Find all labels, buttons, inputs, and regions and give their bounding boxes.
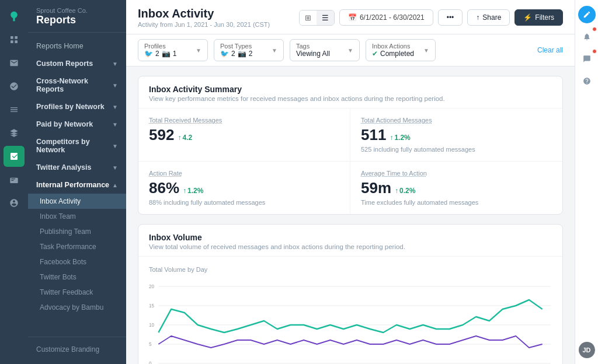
icon-sprout[interactable] [4, 6, 25, 27]
sidebar-item-paid-network[interactable]: Paid by Network ▼ [28, 116, 126, 133]
metric-time-label: Average Time to Action [361, 170, 552, 177]
user-avatar[interactable]: JD [579, 342, 595, 358]
inbox-actions-label: Inbox Actions [372, 43, 414, 50]
metric-time-change: ↑ 0.2% [395, 187, 415, 195]
chevron-icon: ▼ [112, 143, 118, 149]
sidebar-sub-advocacy[interactable]: Advocacy by Bambu [28, 300, 126, 315]
metric-action-rate: Action Rate 86% ↑ 1.2% 88% including ful… [138, 162, 350, 214]
metric-received: Total Received Messages 592 ↑ 4.2 [138, 108, 350, 162]
brand-company: Sprout Coffee Co. [36, 7, 118, 14]
chat-icon-btn[interactable] [578, 50, 596, 68]
icon-nav7[interactable] [4, 169, 25, 190]
filter-chevron-icon: ▼ [423, 47, 429, 54]
more-btn[interactable]: ••• [438, 9, 463, 26]
sidebar-sub-inbox-activity[interactable]: Inbox Activity [28, 194, 126, 209]
sidebar-sub-twitter-feedback[interactable]: Twitter Feedback [28, 285, 126, 300]
icon-nav8[interactable] [4, 192, 25, 214]
chevron-icon: ▼ [112, 82, 118, 89]
tags-filter[interactable]: Tags Viewing All ▼ [290, 39, 360, 61]
filter-chevron-icon: ▼ [272, 47, 277, 54]
metric-actioned-label: Total Actioned Messages [361, 117, 552, 124]
sidebar-nav: Reports Home Custom Reports ▼ Cross-Netw… [28, 33, 126, 337]
profiles-filter-label: Profiles [144, 43, 176, 50]
sidebar-item-twitter-analysis[interactable]: Twitter Analysis ▼ [28, 159, 126, 176]
sidebar-item-profiles-network[interactable]: Profiles by Network ▼ [28, 98, 126, 116]
metric-rate-label: Action Rate [149, 170, 339, 177]
instagram-icon: 📷 [162, 50, 171, 58]
svg-rect-0 [11, 36, 13, 39]
avatar-initials: JD [582, 346, 590, 354]
share-btn[interactable]: ↑ Share [467, 9, 510, 26]
compose-icon-btn[interactable] [578, 6, 596, 23]
icon-nav2[interactable] [4, 52, 25, 74]
customize-branding[interactable]: Customize Branding [36, 342, 118, 357]
sidebar-sub-inbox-team[interactable]: Inbox Team [28, 209, 126, 224]
calendar-icon: 📅 [348, 13, 357, 22]
metrics-grid: Total Received Messages 592 ↑ 4.2 Total … [138, 108, 562, 214]
volume-card-title: Inbox Volume [149, 233, 552, 242]
inbox-actions-filter[interactable]: Inbox Actions ✔ Completed ▼ [366, 39, 436, 61]
post-types-value: 🐦 2 📷 2 [220, 50, 252, 58]
check-icon: ✔ [372, 50, 378, 58]
metric-rate-value: 86% ↑ 1.2% [149, 179, 339, 197]
twitter-icon: 🐦 [144, 50, 153, 58]
metric-received-value: 592 ↑ 4.2 [149, 126, 339, 144]
icon-nav3[interactable] [4, 76, 25, 97]
svg-rect-1 [15, 36, 18, 39]
chart-area: 0 5 10 15 20 [149, 279, 552, 364]
post-types-label: Post Types [220, 43, 252, 50]
view-toggle: ⊞ ☰ [299, 10, 335, 26]
chat-badge [592, 49, 597, 54]
sidebar-sub-twitter-bots[interactable]: Twitter Bots [28, 270, 126, 285]
list-view-btn[interactable]: ☰ [317, 10, 334, 25]
volume-card-header: Inbox Volume View total volume of receiv… [138, 225, 562, 257]
volume-card: Inbox Volume View total volume of receiv… [138, 224, 563, 364]
sidebar-item-cross-network[interactable]: Cross-Network Reports ▼ [28, 72, 126, 98]
line-chart-svg: 0 5 10 15 20 [149, 279, 552, 364]
svg-rect-3 [15, 40, 18, 43]
chart-container: Total Volume by Day 0 5 10 15 20 [138, 257, 562, 364]
chevron-icon: ▼ [112, 104, 118, 110]
date-range-btn[interactable]: 📅 6/1/2021 - 6/30/2021 [339, 9, 433, 26]
sidebar: Sprout Coffee Co. Reports Reports Home C… [28, 0, 126, 364]
metric-actioned-note: 525 including fully automated messages [361, 146, 552, 153]
header-actions: ⊞ ☰ 📅 6/1/2021 - 6/30/2021 ••• ↑ Share ⚡… [299, 9, 563, 26]
summary-card-subtitle: View key performance metrics for receive… [149, 95, 552, 102]
bell-badge [592, 27, 597, 32]
sidebar-sub-task-performance[interactable]: Task Performance [28, 239, 126, 254]
metric-received-label: Total Received Messages [149, 117, 339, 124]
content-area: Inbox Activity Summary View key performa… [126, 66, 575, 364]
sidebar-item-custom-reports[interactable]: Custom Reports ▼ [28, 55, 126, 72]
summary-card: Inbox Activity Summary View key performa… [138, 76, 563, 215]
svg-text:0: 0 [149, 360, 152, 364]
metric-rate-change: ↑ 1.2% [183, 187, 203, 195]
page-subtitle: Activity from Jun 1, 2021 - Jun 30, 2021… [138, 21, 270, 28]
post-types-filter[interactable]: Post Types 🐦 2 📷 2 ▼ [214, 39, 284, 61]
help-icon-btn[interactable] [578, 72, 596, 90]
filter-bar: Profiles 🐦 2 📷 1 ▼ Post Types 🐦 2 📷 2 [126, 34, 575, 66]
filter-chevron-icon: ▼ [347, 47, 353, 54]
sidebar-sub-facebook-bots[interactable]: Facebook Bots [28, 254, 126, 270]
profiles-filter[interactable]: Profiles 🐦 2 📷 1 ▼ [138, 39, 208, 61]
metric-avg-time: Average Time to Action 59m ↑ 0.2% Time e… [350, 162, 562, 214]
svg-text:20: 20 [149, 284, 154, 289]
summary-card-title: Inbox Activity Summary [149, 85, 552, 94]
page-header: Inbox Activity Activity from Jun 1, 2021… [126, 0, 575, 34]
filters-btn[interactable]: ⚡ Filters [514, 9, 563, 26]
clear-all-btn[interactable]: Clear all [537, 46, 563, 54]
chart-label: Total Volume by Day [149, 266, 552, 273]
metric-rate-note: 88% including fully automated messages [149, 199, 339, 206]
right-bar: JD [575, 0, 598, 364]
share-icon: ↑ [476, 13, 479, 22]
icon-nav1[interactable] [4, 29, 25, 50]
icon-nav5[interactable] [4, 123, 25, 144]
grid-view-btn[interactable]: ⊞ [300, 10, 317, 25]
icon-nav4[interactable] [4, 99, 25, 120]
chevron-icon: ▲ [112, 182, 118, 188]
sidebar-item-competitors-network[interactable]: Competitors by Network ▼ [28, 133, 126, 159]
sidebar-item-internal-performance[interactable]: Internal Performance ▲ [28, 176, 126, 194]
sidebar-item-reports-home[interactable]: Reports Home [28, 37, 126, 55]
bell-icon-btn[interactable] [578, 28, 596, 46]
sidebar-sub-publishing-team[interactable]: Publishing Team [28, 224, 126, 239]
icon-reports[interactable] [4, 146, 25, 167]
